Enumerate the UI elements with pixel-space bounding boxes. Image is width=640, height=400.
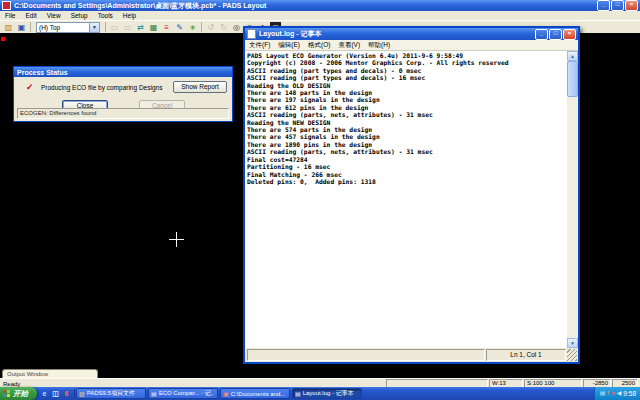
scroll-up-icon[interactable]: ▲ [567,51,578,61]
log-line: There are 612 pins in the design [247,104,567,111]
log-line: Copyright (c) 2008 - 2006 Mentor Graphic… [247,59,567,66]
notepad-menu-item[interactable]: 查看(V) [334,41,364,50]
start-button[interactable]: 开始 [0,387,37,400]
notepad-menu-bar: 文件(F)编辑(E)格式(O)查看(V)帮助(H) [245,40,578,51]
notepad-status-cell [247,349,485,361]
pencil-icon[interactable]: ✎ [174,22,185,33]
process-status-dialog: Process Status ✓ Producing ECO file by c… [13,66,233,122]
log-line: There are 1890 pins in the design [247,141,567,148]
layer-combo-value: (H) Top [39,24,60,31]
show-desktop-icon[interactable]: ◫ [51,389,60,398]
output-window-tab[interactable]: Output Window [2,369,98,378]
notepad-icon: ▤ [151,390,157,397]
undo-icon[interactable]: ↺ [205,22,216,33]
resize-grip[interactable] [567,349,577,361]
task-label: Layout.log - 记事本 [303,389,354,398]
network-tray-icon[interactable]: ▤ [600,389,606,398]
clock: 9:58 [623,390,636,397]
system-tray: ▤!●◀ 9:58 [594,387,640,400]
log-line: There are 148 parts in the design [247,89,567,96]
notepad-text-area[interactable]: PADS Layout ECO Generator (Version 6.4u)… [245,51,578,348]
pads-title-bar[interactable]: C:\Documents and Settings\Administrator\… [0,0,640,11]
redo-icon[interactable]: ↻ [218,22,229,33]
notepad-title-bar[interactable]: Layout.log - 记事本 _ □ × [245,28,578,40]
dialog-body: ✓ Producing ECO file by comparing Design… [14,77,232,121]
taskbar: 开始 e◫6 ▨ PADS9.5项目文件 ▤ ECO Compar... - 记… [0,387,640,400]
toolbar-file-group: ▨▣ [2,22,28,33]
zoom-icon[interactable]: ◎ [231,22,242,33]
chevron-down-icon[interactable]: ▼ [89,23,99,32]
open-icon[interactable]: ▨ [3,22,14,33]
log-line: Final Matching - 266 msec [247,171,567,178]
properties-icon[interactable]: ▭ [122,22,133,33]
pads-menu-item[interactable]: Tools [93,12,118,19]
taskbar-item-eco-compare[interactable]: ▤ ECO Compar... - 记.. [148,388,218,399]
pads-menu-item[interactable]: Edit [20,12,41,19]
log-line: ASCII reading (parts, nets, attributes) … [247,111,567,118]
pads-menu-item[interactable]: Help [118,12,141,19]
log-line: ASCII reading (parts, nets, attributes) … [247,148,567,155]
vertical-scrollbar[interactable]: ▲ ▼ [567,51,578,348]
notepad-status-bar: Ln 1, Col 1 [245,348,578,362]
select-mode-icon[interactable]: ▭ [109,22,120,33]
minimize-button[interactable]: _ [597,0,610,11]
task-label: PADS9.5项目文件 [87,389,135,398]
notepad-close-button[interactable]: × [563,29,576,40]
scroll-down-icon[interactable]: ▼ [567,338,578,348]
show-report-button[interactable]: Show Report [173,81,227,93]
check-icon: ✓ [26,82,34,92]
folder-icon: ▨ [79,390,85,397]
pads-app-icon [2,1,11,10]
scrollbar-thumb[interactable] [567,61,578,97]
quick-launch-bar: e◫6 [37,389,75,398]
notepad-menu-item[interactable]: 帮助(H) [364,41,394,50]
dialog-message: Producing ECO file by comparing Designs [41,84,162,91]
start-label: 开始 [13,389,28,399]
notepad-menu-item[interactable]: 格式(O) [304,41,334,50]
taskbar-item-layout-log[interactable]: ▤ Layout.log - 记事本 [292,388,362,399]
dialog-title-bar[interactable]: Process Status [14,67,232,77]
notepad-icon [247,29,256,39]
task-label: C:\Documents and... [231,391,286,397]
toolbar-separator [105,22,106,32]
log-line: Partitioning - 16 msec [247,163,567,170]
log-line: ASCII reading (part types and decals) - … [247,67,567,74]
origin-marker [1,37,5,41]
close-button[interactable]: × [625,0,638,11]
board-icon[interactable]: ▦ [148,22,159,33]
taskbar-item-pads-folder[interactable]: ▨ PADS9.5项目文件 [76,388,146,399]
save-icon[interactable]: ▣ [16,22,27,33]
notepad-menu-item[interactable]: 编辑(E) [274,41,304,50]
log-line: Deleted pins: 0, Added pins: 1318 [247,178,567,185]
toolbar-separator [30,22,31,32]
notepad-window: Layout.log - 记事本 _ □ × 文件(F)编辑(E)格式(O)查看… [243,26,580,364]
notepad-menu-item[interactable]: 文件(F) [245,41,274,50]
route-icon[interactable]: ⇄ [135,22,146,33]
log-line: ASCII reading (part types and decals) - … [247,74,567,81]
glue-icon[interactable]: ∗ [187,22,198,33]
antivirus-tray-icon[interactable]: ● [611,389,615,398]
notepad-maximize-button[interactable]: □ [549,29,562,40]
pads-menu-item[interactable]: Setup [66,12,93,19]
layer-combo[interactable]: (H) Top ▼ [36,22,100,33]
log-line: Final cost=47284 [247,156,567,163]
foxmail-quicklaunch-icon[interactable]: 6 [62,389,71,398]
dialog-status-text: ECOGEN: Differences found [17,108,229,119]
notepad-icon: ▤ [295,390,301,397]
task-label: ECO Compar... - 记.. [159,389,214,398]
notepad-minimize-button[interactable]: _ [535,29,548,40]
pads-menu-item[interactable]: View [42,12,66,19]
pads-app-icon: ▣ [223,390,229,397]
maximize-button[interactable]: □ [611,0,624,11]
toolbar-separator [201,22,202,32]
taskbar-item-pads-layout[interactable]: ▣ C:\Documents and... [220,388,290,399]
ie-quicklaunch-icon[interactable]: e [40,389,49,398]
log-line: PADS Layout ECO Generator (Version 6.4u)… [247,52,567,59]
log-line: Reading the OLD DESIGN [247,82,567,89]
layers-icon[interactable]: ≡ [161,22,172,33]
pads-menu-item[interactable]: File [0,12,20,19]
log-line: There are 197 signals in the design [247,96,567,103]
alert-tray-icon[interactable]: ! [607,389,609,398]
volume-tray-icon[interactable]: ◀ [617,389,622,398]
cursor-position-text: Ln 1, Col 1 [486,349,566,361]
